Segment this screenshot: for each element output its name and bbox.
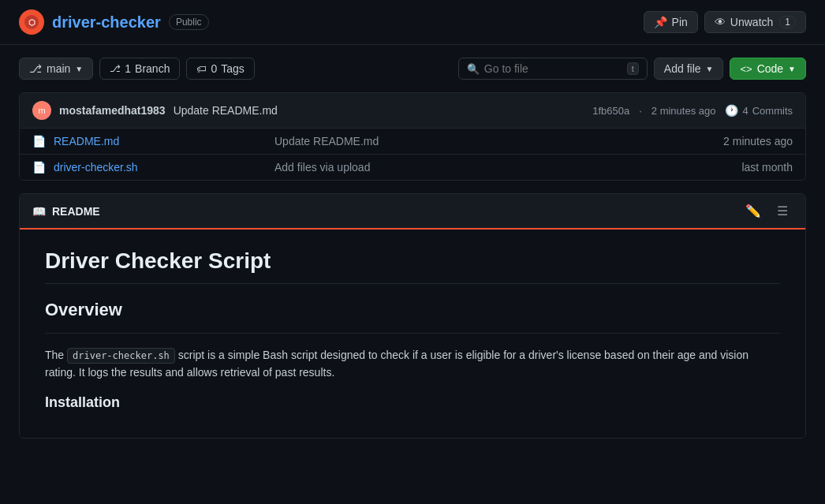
code-icon: <> — [740, 63, 752, 75]
top-bar: ⬡ driver-checker Public 📌 Pin 👁 Unwatch … — [0, 0, 825, 45]
installation-heading: Installation — [45, 394, 780, 411]
avatar: m — [32, 101, 51, 120]
branches-button[interactable]: ⎇ 1 Branch — [99, 58, 180, 80]
file-name[interactable]: README.md — [54, 135, 274, 147]
unwatch-button[interactable]: 👁 Unwatch 1 — [704, 11, 806, 33]
readme-heading: Driver Checker Script — [45, 248, 780, 284]
add-file-button[interactable]: Add file ▼ — [654, 58, 724, 80]
chevron-down-icon: ▼ — [75, 65, 83, 73]
readme-title: 📖 README — [32, 205, 100, 218]
inline-code: driver-checker.sh — [67, 348, 175, 364]
visibility-badge: Public — [169, 14, 209, 30]
file-time: 2 minutes ago — [723, 135, 793, 147]
toolbar: ⎇ main ▼ ⎇ 1 Branch 🏷 0 Tags 🔍 t Add fil… — [0, 45, 825, 92]
commits-link[interactable]: 🕐 4 Commits — [725, 104, 793, 117]
search-shortcut: t — [627, 62, 639, 75]
commit-right: 1fb650a · 2 minutes ago 🕐 4 Commits — [592, 104, 793, 117]
file-icon: 📄 — [32, 161, 46, 174]
toc-button[interactable]: ☰ — [772, 202, 793, 220]
branch-count-icon: ⎇ — [110, 63, 121, 74]
file-table: m mostafamedhat1983 Update README.md 1fb… — [19, 92, 806, 181]
commits-label: Commits — [752, 105, 793, 117]
pin-icon: 📌 — [654, 16, 667, 28]
add-file-chevron-icon: ▼ — [706, 65, 714, 73]
readme-section: 📖 README ✏️ ☰ Driver Checker Script Over… — [19, 193, 806, 439]
watch-count: 1 — [779, 16, 796, 28]
readme-content: Driver Checker Script Overview The drive… — [20, 230, 805, 438]
history-icon: 🕐 — [725, 104, 738, 117]
toolbar-right: 🔍 t Add file ▼ <> Code ▼ — [458, 58, 806, 80]
search-box: 🔍 t — [458, 58, 648, 80]
eye-icon: 👁 — [715, 16, 726, 28]
search-input[interactable] — [484, 62, 622, 75]
book-icon: 📖 — [32, 205, 46, 218]
file-time: last month — [741, 161, 793, 174]
repo-name[interactable]: driver-checker — [52, 13, 161, 32]
commit-left: m mostafamedhat1983 Update README.md — [32, 101, 278, 120]
repo-icon: ⬡ — [19, 9, 44, 35]
overview-text-before: The — [45, 349, 64, 361]
commit-author[interactable]: mostafamedhat1983 — [59, 104, 166, 117]
file-commit-message: Add files via upload — [274, 161, 741, 174]
repo-info: ⬡ driver-checker Public — [19, 9, 209, 35]
tags-button[interactable]: 🏷 0 Tags — [186, 58, 254, 80]
tag-icon: 🏷 — [196, 63, 207, 75]
toolbar-left: ⎇ main ▼ ⎇ 1 Branch 🏷 0 Tags — [19, 58, 255, 80]
file-icon: 📄 — [32, 135, 46, 147]
code-button[interactable]: <> Code ▼ — [730, 58, 806, 80]
code-chevron-icon: ▼ — [788, 65, 796, 73]
edit-readme-button[interactable]: ✏️ — [741, 202, 766, 220]
branch-icon: ⎇ — [29, 62, 42, 75]
branch-selector[interactable]: ⎇ main ▼ — [19, 58, 93, 80]
commit-row: m mostafamedhat1983 Update README.md 1fb… — [20, 93, 805, 129]
commit-separator: · — [639, 105, 642, 117]
commit-message: Update README.md — [174, 104, 278, 117]
commits-count: 4 — [742, 105, 748, 117]
overview-heading: Overview — [45, 300, 780, 320]
table-row: 📄 driver-checker.sh Add files via upload… — [20, 155, 805, 180]
file-name[interactable]: driver-checker.sh — [54, 161, 274, 174]
readme-header: 📖 README ✏️ ☰ — [20, 194, 805, 230]
readme-actions: ✏️ ☰ — [741, 202, 793, 220]
divider — [45, 333, 780, 334]
file-commit-message: Update README.md — [274, 135, 723, 147]
overview-paragraph: The driver-checker.sh script is a simple… — [45, 346, 780, 382]
search-icon: 🔍 — [467, 63, 480, 75]
top-actions: 📌 Pin 👁 Unwatch 1 — [644, 11, 806, 33]
table-row: 📄 README.md Update README.md 2 minutes a… — [20, 129, 805, 155]
svg-text:⬡: ⬡ — [28, 18, 35, 27]
pin-button[interactable]: 📌 Pin — [644, 11, 698, 33]
commit-hash[interactable]: 1fb650a — [592, 105, 629, 117]
commit-time: 2 minutes ago — [651, 105, 716, 117]
